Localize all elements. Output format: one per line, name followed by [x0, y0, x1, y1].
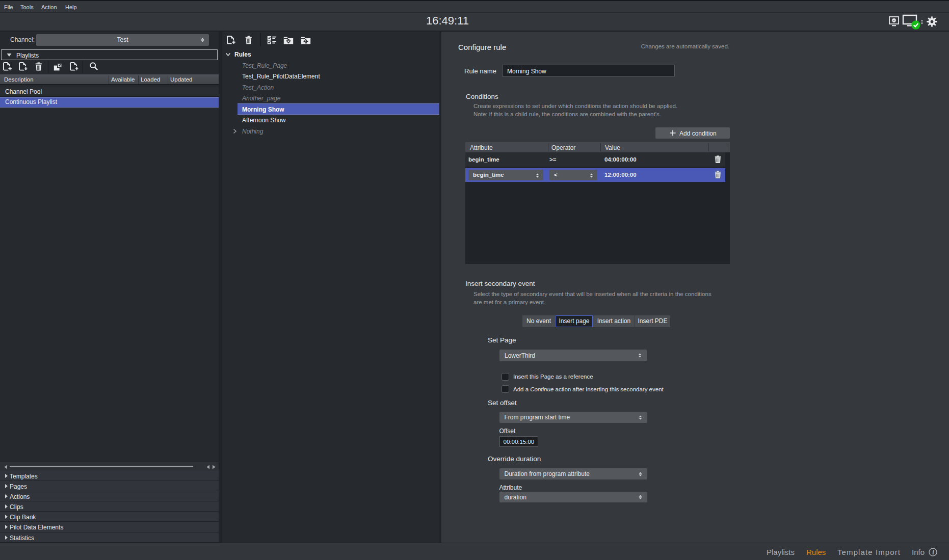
svg-text:i: i — [932, 549, 934, 556]
